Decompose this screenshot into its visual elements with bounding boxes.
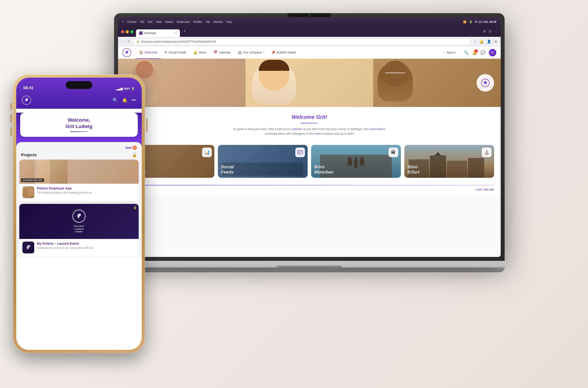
- calendar-link[interactable]: calendar: [291, 127, 302, 131]
- profile-icon[interactable]: 👤: [487, 39, 491, 44]
- nav-news-label: News: [199, 51, 207, 54]
- nav-welcome-label: Welcome: [145, 51, 157, 54]
- mac-file-menu[interactable]: File: [140, 20, 144, 24]
- chrome-titlebar: Showcase ✕ + ⊟ ⊡ ⋮: [118, 27, 501, 37]
- phone-content-area: Sort ⇅ Projects 🔓: [16, 142, 142, 256]
- chrome-minimize-icon[interactable]: ⊟: [483, 29, 486, 33]
- user-avatar[interactable]: G: [489, 49, 496, 56]
- social-feed-link[interactable]: social feed: [369, 127, 382, 131]
- project-1-thumbnail: [22, 186, 34, 198]
- project-1-title: Polario Employee App: [37, 186, 135, 190]
- power-button[interactable]: [146, 118, 147, 132]
- sort-button[interactable]: Sort ⇅: [126, 146, 137, 150]
- more-chevron-icon: ▾: [454, 51, 456, 54]
- nav-social-label: Social Feeds: [168, 51, 186, 54]
- mac-window-menu[interactable]: Window: [214, 20, 223, 24]
- notification-bell-icon[interactable]: 🔔 2: [472, 50, 477, 55]
- mac-bookmarks-menu[interactable]: Bookmarks: [177, 20, 190, 24]
- laptop-hinge-notch: [276, 266, 342, 267]
- volume-up-button[interactable]: [11, 114, 12, 123]
- nav-item-calendar[interactable]: 📅 calendar: [210, 47, 234, 59]
- card-buro-erfurt[interactable]: ⛪ Büro Erfurt: [404, 145, 494, 178]
- app-logo[interactable]: [122, 48, 131, 57]
- project-2-title: My Polario – Launch Event: [37, 242, 135, 245]
- glasses-bridge: [385, 73, 405, 73]
- nav-item-social-feeds[interactable]: ✉ Social Feeds: [161, 47, 190, 59]
- nav-item-news[interactable]: 🔔 News: [190, 47, 210, 59]
- project-1-desc: The Polario Campus is the meeting point …: [37, 191, 135, 195]
- search-icon[interactable]: 🔍: [464, 50, 469, 55]
- reload-button[interactable]: ↻: [128, 39, 130, 44]
- laptop-hinge: [114, 267, 505, 272]
- minimize-button[interactable]: [126, 30, 129, 33]
- laptop-body:  Chrome File Edit View History Bookmark…: [114, 13, 505, 261]
- project-img-bg-2: POLARIOLAUNCHEVENT: [19, 204, 139, 239]
- mac-edit-menu[interactable]: Edit: [148, 20, 153, 24]
- news-link[interactable]: news: [314, 132, 321, 135]
- phone-search-icon[interactable]: 🔍: [112, 97, 118, 103]
- card-buro-munchen[interactable]: 🏛 Büro München: [311, 145, 401, 178]
- card-content-3: Büro München: [311, 145, 401, 178]
- person-2-hair: [259, 60, 289, 71]
- nav-item-our-company[interactable]: 🏢 Our company ▾: [234, 47, 268, 59]
- close-button[interactable]: [121, 30, 124, 33]
- phone-header-icons: 🔍 🔔 •••: [112, 97, 136, 103]
- phone-welcome-underline: [70, 131, 88, 132]
- chrome-settings-icon[interactable]: ⋮: [495, 29, 498, 33]
- mac-view-menu[interactable]: View: [156, 20, 162, 24]
- notification-icon[interactable]: 🔔: [480, 39, 484, 44]
- laptop-base: [114, 261, 505, 267]
- url-input[interactable]: 🔒 showcase.polario.de/app/projects/64182…: [133, 38, 471, 45]
- project-card-2-image: POLARIOLAUNCHEVENT 🔓: [19, 204, 139, 239]
- phone-device: 08:41 ▂▄▆ WiFi 🔋 🔍 🔔 •: [13, 74, 154, 357]
- person-2-head: [259, 60, 289, 91]
- battery-icon: 🔋: [131, 87, 135, 90]
- bookmark-icon[interactable]: ☆: [473, 39, 476, 44]
- chrome-maximize-icon[interactable]: ⊡: [489, 29, 491, 33]
- phone-welcome-line2: Grit Ludwig: [25, 123, 133, 130]
- hero-award-badge: [477, 74, 494, 92]
- mac-wifi-icon: 📶: [463, 20, 466, 24]
- card-label-social: Social Feeds: [221, 164, 234, 175]
- phone-app-header: 🔍 🔔 •••: [16, 93, 142, 109]
- project-1-badge: MITARBEITER APP: [21, 178, 44, 182]
- phone-bell-icon[interactable]: 🔔: [122, 97, 128, 103]
- chrome-tab[interactable]: Showcase ✕: [136, 29, 180, 37]
- project-card-polario-employee[interactable]: MITARBEITER APP 🔓 Po: [19, 160, 139, 201]
- app-navigation: 🏠 Welcome ✉ Social Feeds 🔔 News 📅 calend…: [118, 47, 501, 59]
- last-online-bar: [125, 185, 494, 186]
- mac-history-menu[interactable]: History: [165, 20, 173, 24]
- mac-help-menu[interactable]: Help: [226, 20, 232, 24]
- browser-actions: ☆ 🔔 👤 ⊞: [473, 39, 497, 44]
- card-label-erfurt: Büro Erfurt: [407, 164, 419, 175]
- new-tab-button[interactable]: +: [184, 29, 186, 34]
- project-card-polario-launch[interactable]: POLARIOLAUNCHEVENT 🔓 My Polario – Lau: [19, 204, 139, 256]
- phone-more-icon[interactable]: •••: [132, 97, 136, 103]
- silent-switch[interactable]: [11, 103, 12, 110]
- app-content: Welcome Grit! It's great to have you her…: [118, 59, 501, 257]
- address-bar: ‹ › ↻ 🔒 showcase.polario.de/app/projects…: [118, 37, 501, 47]
- nav-more-button[interactable]: ⋮ More ▾: [439, 47, 459, 59]
- card-social-feeds[interactable]: Social Feeds: [218, 145, 308, 178]
- project-1-lock: 🔓: [133, 161, 137, 165]
- nav-item-bulletin[interactable]: 📌 Bulletin board: [268, 47, 299, 59]
- nav-item-welcome[interactable]: 🏠 Welcome: [135, 47, 161, 59]
- mac-profiles-menu[interactable]: Profiles: [193, 20, 202, 24]
- mac-tab-menu[interactable]: Tab: [206, 20, 210, 24]
- phone-app-logo[interactable]: [22, 96, 31, 105]
- last-online-label: LAST ONLINE: [125, 188, 494, 191]
- mac-topbar-right: 📶 🔋 Fr. 21. Feb. 08:46: [463, 20, 496, 24]
- more-dots-icon: ⋮: [443, 51, 446, 54]
- maximize-button[interactable]: [130, 30, 134, 33]
- back-button[interactable]: ‹: [122, 39, 123, 44]
- project-2-lock: 🔓: [133, 206, 137, 209]
- forward-button[interactable]: ›: [124, 39, 126, 44]
- mac-battery-icon: 🔋: [469, 20, 472, 24]
- chat-icon[interactable]: 💬: [481, 50, 485, 55]
- laptop-camera: [308, 14, 310, 17]
- laptop-device:  Chrome File Edit View History Bookmark…: [114, 13, 505, 294]
- extension-icon[interactable]: ⊞: [494, 39, 497, 44]
- volume-down-button[interactable]: [11, 127, 12, 136]
- sort-badge: ⇅: [133, 146, 137, 150]
- tab-close-button[interactable]: ✕: [175, 32, 177, 35]
